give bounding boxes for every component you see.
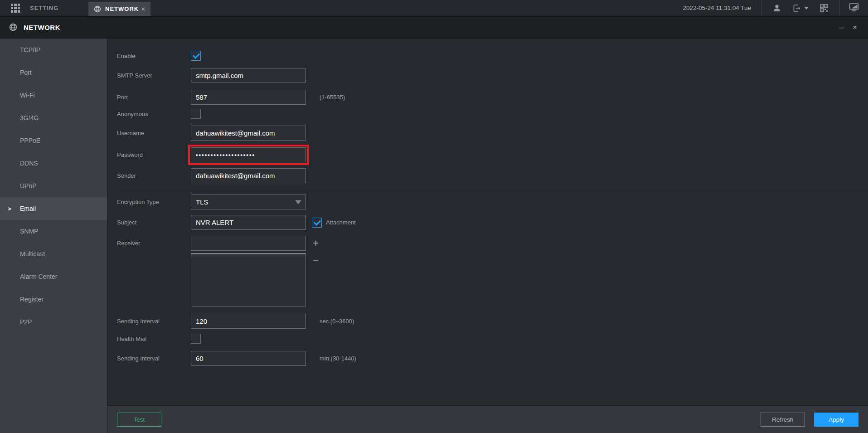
- sidebar-item-pppoe[interactable]: PPPoE: [0, 129, 107, 152]
- sidebar-item-tcpip[interactable]: TCP/IP: [0, 39, 107, 61]
- tab-network-label: NETWORK: [105, 5, 141, 12]
- qr-code-icon[interactable]: [820, 4, 829, 13]
- selected-arrow-icon: >: [8, 205, 11, 212]
- port-range-hint: (1-65535): [320, 94, 345, 101]
- top-bar: SETTING NETWORK × 2022-05-24 11:31:04 Tu…: [0, 0, 868, 17]
- smtp-server-label: SMTP Server: [107, 72, 191, 79]
- username-row: Username: [107, 126, 868, 141]
- password-input[interactable]: [191, 147, 306, 162]
- health-interval-hint: min.(30-1440): [320, 355, 356, 362]
- minimize-icon[interactable]: –: [839, 24, 844, 31]
- sidebar-item-snmp[interactable]: SNMP: [0, 220, 107, 243]
- setting-label: SETTING: [30, 5, 58, 11]
- receiver-input[interactable]: [191, 236, 306, 251]
- sidebar-item-multicast[interactable]: Multicast: [0, 243, 107, 265]
- receiver-label: Receiver: [107, 240, 191, 247]
- receiver-list[interactable]: [191, 253, 306, 307]
- email-form: Enable SMTP Server Port (1-65535) Anonym…: [107, 39, 868, 405]
- globe-icon: [94, 5, 101, 13]
- app-root: SETTING NETWORK × 2022-05-24 11:31:04 Tu…: [0, 0, 868, 433]
- email-settings-panel: Enable SMTP Server Port (1-65535) Anonym…: [107, 39, 868, 433]
- health-interval-input[interactable]: [191, 351, 306, 366]
- sender-row: Sender: [107, 168, 868, 183]
- sender-label: Sender: [107, 172, 191, 179]
- smtp-server-row: SMTP Server: [107, 68, 868, 83]
- username-input[interactable]: [191, 126, 306, 141]
- window-titlebar: NETWORK – ×: [0, 17, 868, 39]
- anonymous-row: Anonymous: [107, 109, 868, 119]
- attachment-label: Attachment: [326, 219, 356, 226]
- logout-menu[interactable]: [792, 4, 809, 13]
- port-label: Port: [107, 94, 191, 101]
- sidebar: TCP/IP Port Wi-Fi 3G/4G PPPoE DDNS UPnP …: [0, 39, 107, 433]
- sidebar-item-register[interactable]: Register: [0, 288, 107, 311]
- user-account-icon[interactable]: [772, 4, 781, 13]
- anonymous-label: Anonymous: [107, 111, 191, 117]
- health-mail-checkbox[interactable]: [191, 334, 201, 344]
- subject-row: Subject Attachment: [107, 215, 868, 230]
- sidebar-item-wifi[interactable]: Wi-Fi: [0, 84, 107, 107]
- subject-label: Subject: [107, 219, 191, 226]
- password-label: Password: [107, 151, 191, 158]
- remove-receiver-icon[interactable]: −: [313, 256, 319, 266]
- receiver-row: Receiver +: [107, 236, 868, 251]
- sidebar-item-ddns[interactable]: DDNS: [0, 152, 107, 175]
- username-label: Username: [107, 130, 191, 136]
- globe-icon: [9, 23, 17, 31]
- encryption-row: Encryption Type TLS: [107, 195, 868, 209]
- sidebar-item-email[interactable]: > Email: [0, 197, 107, 220]
- health-interval-label: Sending Interval: [107, 355, 191, 362]
- health-mail-label: Health Mail: [107, 336, 191, 342]
- chevron-down-icon: [295, 200, 301, 204]
- health-interval-row: Sending Interval min.(30-1440): [107, 351, 868, 366]
- port-input[interactable]: [191, 90, 306, 105]
- encryption-type-select[interactable]: TLS: [191, 195, 306, 209]
- setting-menu[interactable]: SETTING: [0, 0, 88, 16]
- sidebar-item-3g4g[interactable]: 3G/4G: [0, 107, 107, 129]
- refresh-button[interactable]: Refresh: [761, 413, 805, 427]
- test-button[interactable]: Test: [117, 413, 161, 427]
- encryption-type-label: Encryption Type: [107, 199, 191, 205]
- port-row: Port (1-65535): [107, 90, 868, 105]
- enable-row: Enable: [107, 51, 868, 61]
- footer-bar: Test Refresh Apply: [107, 405, 868, 433]
- enable-checkbox[interactable]: [191, 51, 201, 61]
- system-clock: 2022-05-24 11:31:04 Tue: [683, 0, 761, 16]
- main-menu-grid-icon: [11, 4, 20, 13]
- anonymous-checkbox[interactable]: [191, 109, 201, 119]
- sidebar-item-upnp[interactable]: UPnP: [0, 175, 107, 197]
- sending-interval-row: Sending Interval sec.(0~3600): [107, 314, 868, 329]
- receiver-list-row: −: [107, 253, 868, 307]
- smtp-server-input[interactable]: [191, 68, 306, 83]
- sidebar-item-p2p[interactable]: P2P: [0, 311, 107, 333]
- attachment-checkbox[interactable]: [312, 218, 322, 228]
- window-title: NETWORK: [24, 24, 60, 31]
- tab-close-icon[interactable]: ×: [141, 5, 145, 13]
- enable-label: Enable: [107, 53, 191, 59]
- health-mail-row: Health Mail: [107, 334, 868, 344]
- logout-caret-icon: [804, 7, 809, 10]
- apply-button[interactable]: Apply: [814, 413, 858, 427]
- add-receiver-icon[interactable]: +: [313, 238, 319, 248]
- sending-interval-hint: sec.(0~3600): [320, 318, 354, 325]
- sending-interval-input[interactable]: [191, 314, 306, 329]
- close-icon[interactable]: ×: [853, 24, 857, 31]
- display-output-icon[interactable]: [849, 3, 859, 14]
- sidebar-item-port[interactable]: Port: [0, 61, 107, 84]
- sender-input[interactable]: [191, 168, 306, 183]
- subject-input[interactable]: [191, 215, 306, 230]
- network-window: NETWORK – × TCP/IP Port Wi-Fi 3G/4G PPPo…: [0, 17, 868, 433]
- encryption-type-value: TLS: [196, 198, 209, 206]
- logout-icon: [792, 4, 801, 13]
- tab-network[interactable]: NETWORK ×: [88, 2, 150, 16]
- sidebar-item-alarm-center[interactable]: Alarm Center: [0, 265, 107, 288]
- section-divider: [117, 192, 868, 192]
- password-row: Password: [107, 147, 868, 162]
- topbar-right: 2022-05-24 11:31:04 Tue: [683, 0, 868, 16]
- sending-interval-label: Sending Interval: [107, 318, 191, 325]
